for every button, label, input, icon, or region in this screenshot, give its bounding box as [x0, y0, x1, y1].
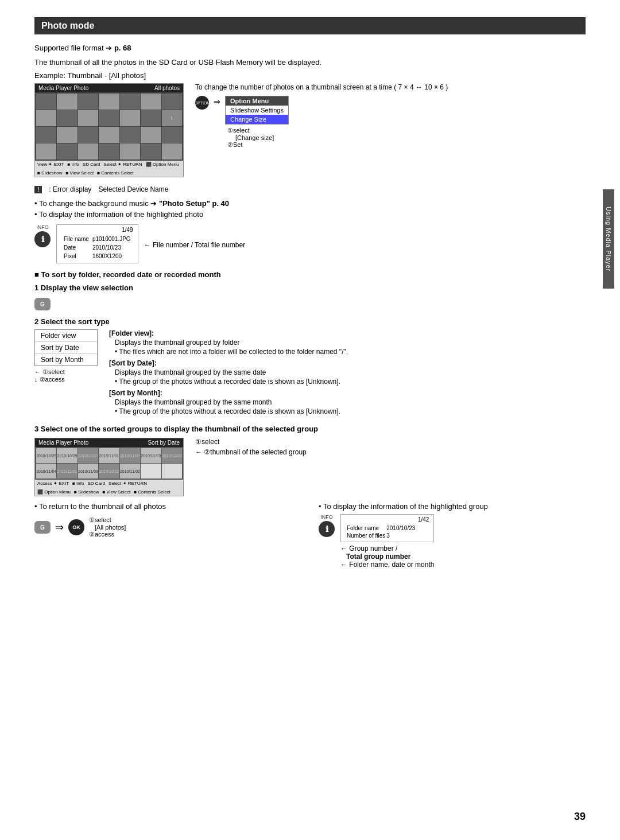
return-section: To return to the thumbnail of all photos… [34, 502, 301, 569]
info-icon-wrap2: INFO ℹ [319, 514, 335, 537]
thumb-cell [36, 110, 56, 126]
thumb-grid2: 2010/10/25 2010/10/25 2010/10/31 2010/11… [35, 447, 183, 480]
thumb-cell-error: ! [162, 110, 182, 126]
thumb-cell [99, 94, 119, 110]
sort-by-month-title: [Sort by Month]: [109, 389, 586, 397]
right-sidebar: Using Media Player [603, 189, 614, 289]
page-number: 39 [574, 811, 586, 823]
info-details: 1/49 File namep1010001.JPG Date2010/10/2… [56, 224, 138, 263]
sort-by-month-bullet: The group of the photos without a record… [115, 407, 586, 415]
date-cell: 2010/11/02 [120, 464, 140, 479]
date-cell: 2010/11/02 [120, 448, 140, 463]
sort-type-block: Folder view Sort by Date Sort by Month ←… [34, 329, 586, 419]
highlighted-photo-bullet: To display the information of the highli… [34, 210, 586, 219]
thumb-cell [57, 143, 77, 160]
sort-menu-wrap: Folder view Sort by Date Sort by Month ←… [34, 329, 98, 383]
thumb-cell [57, 94, 77, 110]
date-cell: 2010/10/31 [78, 448, 98, 463]
thumb-cell [36, 143, 56, 160]
info-block: INFO ℹ 1/49 File namep1010001.JPG Date20… [34, 224, 586, 263]
sort-descriptions: [Folder view]: Displays the thumbnail gr… [109, 329, 586, 419]
option-menu-item-slideshow: Slideshow Settings [226, 106, 288, 115]
thumb-footer: View ✦ EXIT■ InfoSD Card Select ✦ RETURN… [35, 161, 183, 177]
date-cell-empty [141, 464, 161, 479]
date-cell: 2010/10/25 [36, 448, 56, 463]
option-menu-item-change-size: Change Size [226, 115, 288, 124]
thumb-cell [99, 110, 119, 126]
info-circle-icon: ℹ [34, 231, 51, 247]
return-block: G ⇒ OK ①select [All photos] ②access [34, 516, 301, 538]
error-display-row: ! : Error display Selected Device Name [34, 185, 586, 193]
info-icon-wrap: INFO ℹ [34, 224, 51, 247]
date-cell: 2010/10/02 [99, 464, 119, 479]
thumb-cell [78, 143, 98, 160]
intro-text: The thumbnail of all the photos in the S… [34, 58, 586, 67]
g-button2: G [34, 521, 51, 534]
bullet-section: To change the background music ➔ "Photo … [34, 199, 586, 219]
thumb-cell [120, 127, 140, 143]
sort-menu-box: Folder view Sort by Date Sort by Month [34, 329, 98, 366]
example-label: Example: Thumbnail - [All photos] [34, 71, 586, 80]
option-arrow-block: OPTION ⇒ Option Menu Slideshow Settings … [195, 96, 586, 149]
date-cell: 2010/11/03 [141, 448, 161, 463]
thumb-cell [78, 127, 98, 143]
info-details2-wrap: 1/42 Folder name2010/10/23 Number of fil… [340, 514, 434, 569]
date-cell-empty [162, 464, 182, 479]
option-menu-box: Option Menu Slideshow Settings Change Si… [225, 96, 289, 125]
date-cell: 2010/11/09 [78, 464, 98, 479]
step3-right: ①select ← ②thumbnail of the selected gro… [195, 438, 307, 456]
info-table: File namep1010001.JPG Date2010/10/23 Pix… [61, 234, 133, 261]
thumb-cell [120, 94, 140, 110]
thumb-cell [57, 110, 77, 126]
folder-view-title: [Folder view]: [109, 329, 586, 337]
sort-section-heading: To sort by folder, recorded date or reco… [34, 270, 586, 279]
ok-button: OK [68, 519, 84, 535]
file-number-label: ← File number / Total file number [144, 241, 246, 249]
date-cell: 2010/11/01 [57, 464, 77, 479]
info-circle-icon2: ℹ [319, 521, 335, 537]
example-block: Media Player Photo All photos ! [34, 83, 586, 177]
date-cell: 2010/11/01 [99, 448, 119, 463]
thumb-cell [120, 110, 140, 126]
option-menu: Option Menu Slideshow Settings Change Si… [225, 96, 289, 149]
step3-label: 3 Select one of the sorted groups to dis… [34, 425, 586, 433]
g-button-row: G [34, 295, 586, 313]
thumb-cell [162, 94, 182, 110]
sort-select-steps: ← ①select ↓ ②access [34, 368, 98, 383]
date-cell: 2010/11/04 [36, 464, 56, 479]
thumb-header: Media Player Photo All photos [35, 84, 183, 92]
page-title: Photo mode [34, 17, 586, 34]
info-label: INFO [36, 224, 49, 230]
sort-by-month-desc: Displays the thumbnail grouped by the sa… [115, 398, 586, 406]
thumb-cell [78, 94, 98, 110]
error-display-text: : Error display [49, 185, 91, 193]
background-music-bullet: To change the background music ➔ "Photo … [34, 199, 586, 208]
info-details-wrap: 1/49 File namep1010001.JPG Date2010/10/2… [56, 224, 245, 263]
sort-menu-item-folder: Folder view [35, 330, 97, 342]
highlighted-group-section: To display the information of the highli… [319, 502, 586, 569]
sort-by-date-bullet: The group of the photos without a record… [115, 378, 586, 386]
thumb-cell [36, 94, 56, 110]
thumb-cell [120, 143, 140, 160]
thumb-cell [141, 110, 161, 126]
group-number-labels: ← Group number / Total group number ← Fo… [340, 545, 434, 569]
thumb-cell [141, 143, 161, 160]
sort-by-date-desc: Displays the thumbnail grouped by the sa… [115, 368, 586, 376]
thumbnail-screen: Media Player Photo All photos ! [34, 83, 184, 177]
thumb-cell [162, 143, 182, 160]
sort-by-date-title: [Sort by Date]: [109, 359, 586, 367]
sort-menu-item-month: Sort by Month [35, 354, 97, 365]
folder-view-desc: Displays the thumbnail grouped by folder [115, 339, 586, 347]
folder-view-bullet: The files which are not into a folder wi… [115, 348, 586, 356]
selected-device-label: Selected Device Name [98, 185, 168, 193]
sort-menu-item-date: Sort by Date [35, 342, 97, 354]
return-steps: ①select [All photos] ②access [89, 516, 126, 538]
option-menu-title: Option Menu [226, 96, 288, 106]
arrow-right-icon: ⇒ [214, 97, 220, 106]
option-button: OPTION [195, 96, 209, 110]
highlighted-group-bullet: To display the information of the highli… [319, 502, 586, 511]
thumb-header2: Media Player Photo Sort by Date [35, 438, 183, 447]
thumb-screen2: Media Player Photo Sort by Date 2010/10/… [34, 438, 184, 496]
thumb-footer2: Access ✦ EXIT■ InfoSD Card Select ✦ RETU… [35, 480, 183, 496]
select-steps: ①select [Change size] ②Set [227, 127, 289, 149]
